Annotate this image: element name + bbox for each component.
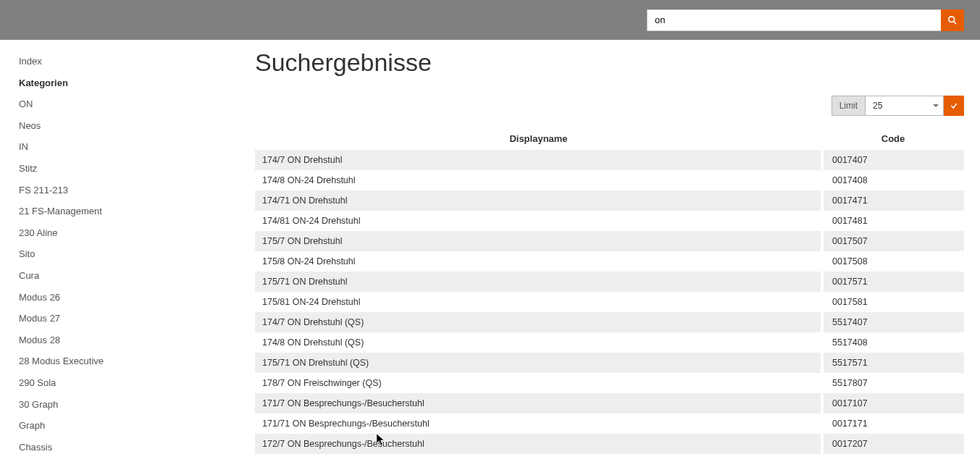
table-row[interactable]: 175/8 ON-24 Drehstuhl0017508	[255, 251, 964, 272]
cell-code: 0017507	[822, 231, 964, 251]
table-row[interactable]: 174/81 ON-24 Drehstuhl0017481	[255, 211, 964, 231]
sidebar-item[interactable]: 30 Graph	[19, 399, 255, 411]
cell-displayname: 175/71 ON Drehstuhl (QS)	[255, 353, 822, 373]
sidebar-item[interactable]: Chassis	[19, 442, 255, 453]
cell-displayname: 174/7 ON Drehstuhl	[255, 150, 822, 170]
cell-code: 5517571	[822, 353, 964, 373]
table-row[interactable]: 174/7 ON Drehstuhl0017407	[255, 150, 964, 170]
cell-code: 0017207	[822, 434, 964, 454]
limit-label: Limit	[832, 96, 866, 116]
cell-code: 0017107	[822, 393, 964, 413]
sidebar-item[interactable]: Stitz	[19, 163, 255, 175]
cell-code: 0017471	[822, 190, 964, 211]
sidebar-item[interactable]: Sito	[19, 248, 255, 260]
chevron-down-icon	[933, 104, 939, 107]
topbar	[0, 0, 980, 40]
cell-displayname: 171/7 ON Besprechungs-/Besucherstuhl	[255, 393, 822, 413]
table-row[interactable]: 175/71 ON Drehstuhl (QS)5517571	[255, 353, 964, 373]
cell-displayname: 175/71 ON Drehstuhl	[255, 272, 822, 292]
table-row[interactable]: 171/7 ON Besprechungs-/Besucherstuhl0017…	[255, 393, 964, 413]
cell-displayname: 174/71 ON Drehstuhl	[255, 190, 822, 211]
sidebar-item[interactable]: 230 Aline	[19, 227, 255, 239]
limit-select[interactable]: 25	[866, 96, 944, 116]
cell-code: 0017171	[822, 413, 964, 434]
cell-displayname: 174/8 ON-24 Drehstuhl	[255, 170, 822, 190]
table-row[interactable]: 174/7 ON Drehstuhl (QS)5517407	[255, 312, 964, 332]
search-input[interactable]	[647, 9, 941, 31]
table-row[interactable]: 174/8 ON Drehstuhl (QS)5517408	[255, 332, 964, 353]
cell-displayname: 174/81 ON-24 Drehstuhl	[255, 211, 822, 231]
cell-code: 0017581	[822, 292, 964, 312]
sidebar-item[interactable]: Kategorien	[19, 77, 255, 89]
sidebar-item[interactable]: Neos	[19, 120, 255, 132]
search-wrap	[647, 9, 964, 31]
cell-code: 5517408	[822, 332, 964, 353]
results-table: Displayname Code 174/7 ON Drehstuhl00174…	[255, 127, 964, 454]
cell-code: 0017407	[822, 150, 964, 170]
sidebar: IndexKategorienONNeosINStitzFS 211-21321…	[0, 40, 255, 462]
limit-value: 25	[873, 101, 882, 111]
cell-displayname: 171/71 ON Besprechungs-/Besucherstuhl	[255, 413, 822, 434]
sidebar-item[interactable]: Cura	[19, 270, 255, 282]
cell-displayname: 175/8 ON-24 Drehstuhl	[255, 251, 822, 272]
sidebar-item[interactable]: Index	[19, 56, 255, 67]
column-header-displayname[interactable]: Displayname	[255, 127, 822, 150]
main-content: Suchergebnisse Limit 25 Displayname Code…	[255, 40, 980, 462]
table-row[interactable]: 175/81 ON-24 Drehstuhl0017581	[255, 292, 964, 312]
sidebar-item[interactable]: Modus 26	[19, 292, 255, 303]
limit-apply-button[interactable]	[944, 96, 964, 116]
sidebar-item[interactable]: ON	[19, 98, 255, 110]
sidebar-item[interactable]: 290 Sola	[19, 377, 255, 389]
search-icon	[947, 15, 958, 25]
cell-displayname: 174/8 ON Drehstuhl (QS)	[255, 332, 822, 353]
sidebar-item[interactable]: 21 FS-Management	[19, 206, 255, 217]
cell-code: 0017408	[822, 170, 964, 190]
sidebar-item[interactable]: Modus 28	[19, 335, 255, 346]
cell-displayname: 175/7 ON Drehstuhl	[255, 231, 822, 251]
table-row[interactable]: 172/7 ON Besprechungs-/Besucherstuhl0017…	[255, 434, 964, 454]
check-icon	[950, 101, 958, 110]
sidebar-item[interactable]: 28 Modus Executive	[19, 356, 255, 367]
cell-code: 5517407	[822, 312, 964, 332]
cell-displayname: 174/7 ON Drehstuhl (QS)	[255, 312, 822, 332]
svg-line-1	[954, 21, 957, 24]
column-header-code[interactable]: Code	[822, 127, 964, 150]
table-row[interactable]: 171/71 ON Besprechungs-/Besucherstuhl001…	[255, 413, 964, 434]
cell-displayname: 175/81 ON-24 Drehstuhl	[255, 292, 822, 312]
table-row[interactable]: 174/8 ON-24 Drehstuhl0017408	[255, 170, 964, 190]
table-row[interactable]: 175/71 ON Drehstuhl0017571	[255, 272, 964, 292]
table-row[interactable]: 178/7 ON Freischwinger (QS)5517807	[255, 373, 964, 393]
sidebar-item[interactable]: IN	[19, 141, 255, 153]
search-button[interactable]	[941, 9, 964, 31]
layout: IndexKategorienONNeosINStitzFS 211-21321…	[0, 40, 980, 462]
sidebar-item[interactable]: FS 211-213	[19, 185, 255, 196]
svg-point-0	[949, 16, 955, 22]
cell-displayname: 178/7 ON Freischwinger (QS)	[255, 373, 822, 393]
table-row[interactable]: 174/71 ON Drehstuhl0017471	[255, 190, 964, 211]
table-row[interactable]: 175/7 ON Drehstuhl0017507	[255, 231, 964, 251]
limit-bar: Limit 25	[255, 96, 964, 116]
cell-displayname: 172/7 ON Besprechungs-/Besucherstuhl	[255, 434, 822, 454]
cell-code: 5517807	[822, 373, 964, 393]
cell-code: 0017481	[822, 211, 964, 231]
sidebar-item[interactable]: Graph	[19, 420, 255, 432]
page-title: Suchergebnisse	[255, 49, 964, 77]
sidebar-item[interactable]: Modus 27	[19, 313, 255, 324]
cell-code: 0017571	[822, 272, 964, 292]
cell-code: 0017508	[822, 251, 964, 272]
